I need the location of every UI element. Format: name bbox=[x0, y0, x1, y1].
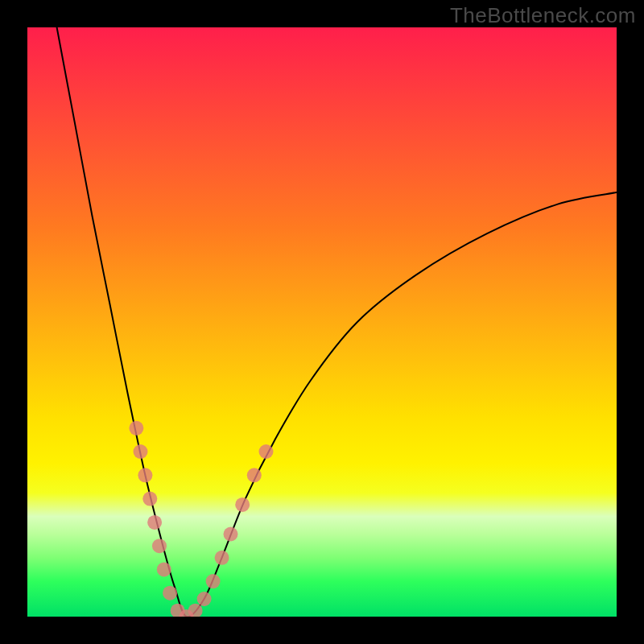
data-point bbox=[247, 468, 262, 482]
scatter-points bbox=[129, 421, 273, 617]
data-point bbox=[215, 551, 229, 565]
bottleneck-curve-svg bbox=[27, 27, 617, 617]
watermark-text: TheBottleneck.com bbox=[450, 3, 636, 28]
data-point bbox=[163, 586, 177, 601]
data-point bbox=[235, 497, 250, 512]
data-point bbox=[152, 539, 167, 553]
data-point bbox=[147, 515, 162, 530]
data-point bbox=[129, 421, 143, 436]
data-point bbox=[157, 562, 171, 576]
data-point bbox=[138, 468, 152, 482]
data-point bbox=[134, 444, 148, 459]
plot-area bbox=[27, 27, 617, 617]
data-point bbox=[206, 574, 221, 588]
chart-frame: TheBottleneck.com bbox=[0, 0, 644, 644]
data-point bbox=[142, 492, 157, 506]
v-curve bbox=[57, 27, 617, 617]
data-point bbox=[197, 592, 212, 606]
data-point bbox=[259, 444, 274, 459]
data-point bbox=[224, 527, 238, 542]
